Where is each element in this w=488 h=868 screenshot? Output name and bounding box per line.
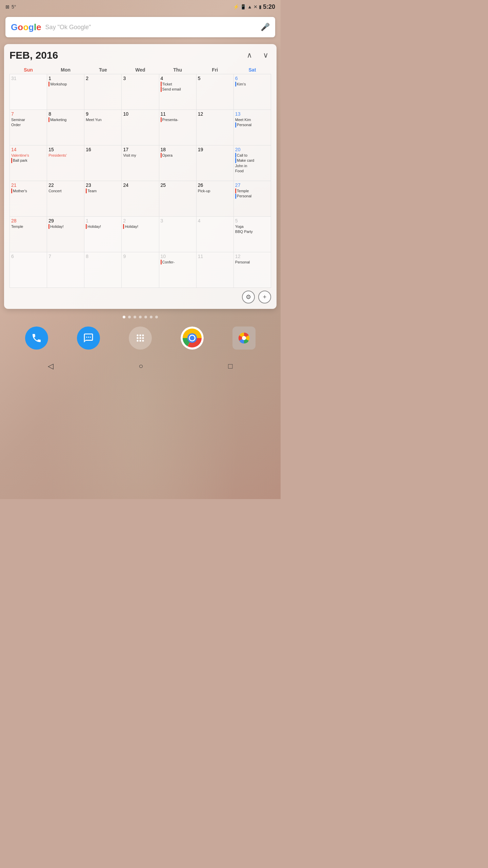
calendar-day[interactable]: 28Temple <box>10 217 47 252</box>
calendar-day[interactable]: 31 <box>10 74 47 110</box>
calendar-event[interactable]: John in <box>235 163 269 168</box>
calendar-day[interactable]: 8 <box>84 252 122 288</box>
clock: 5:20 <box>263 3 275 11</box>
calendar-day[interactable]: 18Opera <box>159 145 196 181</box>
calendar-event[interactable]: Concert <box>48 189 83 193</box>
microphone-icon[interactable]: 🎤 <box>261 23 270 32</box>
calendar-day[interactable]: 5 <box>196 74 233 110</box>
calendar-day[interactable]: 14Valentine'sBall park <box>10 145 47 181</box>
calendar-day[interactable]: 2 <box>84 74 122 110</box>
day-number: 1 <box>86 218 120 223</box>
calendar-day[interactable]: 16 <box>84 145 122 181</box>
calendar-event[interactable]: Marketing <box>48 117 83 122</box>
calendar-event[interactable]: Ticket <box>161 82 195 86</box>
header-mon: Mon <box>47 66 84 74</box>
calendar-day[interactable]: 12Personal <box>233 252 271 288</box>
calendar-day[interactable]: 2Holiday! <box>122 217 159 252</box>
calendar-event[interactable]: Personal <box>235 122 269 127</box>
messages-app-icon[interactable] <box>77 327 100 350</box>
photos-app-icon[interactable] <box>232 327 256 350</box>
calendar-event[interactable]: Temple <box>11 224 45 229</box>
calendar-day[interactable]: 20Call toMake cardJohn inFood <box>233 145 271 181</box>
calendar-event[interactable]: Meet Yun <box>86 117 120 122</box>
calendar-event[interactable]: Workshop <box>48 82 83 86</box>
calendar-day[interactable]: 22Concert <box>47 181 84 217</box>
calendar-day[interactable]: 9 <box>122 252 159 288</box>
search-placeholder: Say "Ok Google" <box>45 24 261 31</box>
calendar-settings-button[interactable]: ⚙ <box>242 291 255 303</box>
calendar-event[interactable]: Call to <box>235 153 269 158</box>
back-button[interactable]: ◁ <box>48 362 54 371</box>
calendar-day[interactable]: 24 <box>122 181 159 217</box>
calendar-day[interactable]: 11Presenta- <box>159 110 196 145</box>
calendar-day[interactable]: 4TicketSend email <box>159 74 196 110</box>
calendar-day[interactable]: 3 <box>122 74 159 110</box>
home-button[interactable]: ○ <box>139 362 143 371</box>
calendar-event[interactable]: Make card <box>235 158 269 163</box>
calendar-day[interactable]: 7SeminarOrder <box>10 110 47 145</box>
calendar-event[interactable]: BBQ Party <box>235 229 269 234</box>
calendar-event[interactable]: Kim's <box>235 82 269 86</box>
calendar-day[interactable]: 12 <box>196 110 233 145</box>
calendar-event[interactable]: Send email <box>161 87 195 92</box>
calendar-day[interactable]: 1Holiday! <box>84 217 122 252</box>
calendar-event[interactable]: Personal <box>235 260 269 264</box>
calendar-day[interactable]: 4 <box>196 217 233 252</box>
calendar-event[interactable]: Temple <box>235 189 269 193</box>
calendar-event[interactable]: Personal <box>235 194 269 198</box>
phone-app-icon[interactable] <box>25 327 48 350</box>
calendar-day[interactable]: 25 <box>159 181 196 217</box>
calendar-event[interactable]: Presenta- <box>161 117 195 122</box>
day-number: 28 <box>11 218 45 223</box>
calendar-day[interactable]: 3 <box>159 217 196 252</box>
calendar-day[interactable]: 10Confer- <box>159 252 196 288</box>
calendar-day[interactable]: 21Mother's <box>10 181 47 217</box>
day-number: 3 <box>161 218 195 223</box>
next-month-button[interactable]: ∨ <box>260 50 271 61</box>
calendar-event[interactable]: Opera <box>161 153 195 158</box>
calendar-day[interactable]: 8Marketing <box>47 110 84 145</box>
calendar-add-button[interactable]: + <box>258 291 271 303</box>
calendar-day[interactable]: 6Kim's <box>233 74 271 110</box>
calendar-event[interactable]: Holiday! <box>48 224 83 229</box>
calendar-day[interactable]: 13Meet KimPersonal <box>233 110 271 145</box>
calendar-event[interactable]: Confer- <box>161 260 195 264</box>
calendar-day[interactable]: 7 <box>47 252 84 288</box>
day-number: 1 <box>48 76 83 81</box>
calendar-day[interactable]: 23Team <box>84 181 122 217</box>
calendar-event[interactable]: Valentine's <box>11 153 45 158</box>
day-number: 13 <box>235 111 269 117</box>
calendar-event[interactable]: Pick-up <box>198 189 232 193</box>
prev-month-button[interactable]: ∧ <box>244 50 255 61</box>
calendar-event[interactable]: Presidents' <box>48 153 83 158</box>
calendar-event[interactable]: Holiday! <box>86 224 120 229</box>
calendar-day[interactable]: 1Workshop <box>47 74 84 110</box>
calendar-event[interactable]: Seminar <box>11 117 45 122</box>
calendar-day[interactable]: 10 <box>122 110 159 145</box>
calendar-day[interactable]: 11 <box>196 252 233 288</box>
chrome-app-icon[interactable] <box>181 327 204 350</box>
calendar-event[interactable]: Holiday! <box>123 224 157 229</box>
recents-button[interactable]: □ <box>228 362 232 371</box>
calendar-event[interactable]: Mother's <box>11 189 45 193</box>
calendar-day[interactable]: 15Presidents' <box>47 145 84 181</box>
calendar-event[interactable]: Ball park <box>11 158 45 163</box>
calendar-day[interactable]: 19 <box>196 145 233 181</box>
day-number: 7 <box>48 254 83 259</box>
calendar-event[interactable]: Visit my <box>123 153 157 158</box>
day-number: 9 <box>123 254 157 259</box>
apps-drawer-icon[interactable] <box>129 327 152 350</box>
calendar-event[interactable]: Team <box>86 189 120 193</box>
calendar-event[interactable]: Meet Kim <box>235 117 269 122</box>
calendar-day[interactable]: 29Holiday! <box>47 217 84 252</box>
calendar-day[interactable]: 26Pick-up <box>196 181 233 217</box>
calendar-day[interactable]: 5YogaBBQ Party <box>233 217 271 252</box>
calendar-event[interactable]: Order <box>11 122 45 127</box>
calendar-day[interactable]: 6 <box>10 252 47 288</box>
calendar-event[interactable]: Food <box>235 169 269 173</box>
search-bar[interactable]: Google Say "Ok Google" 🎤 <box>5 17 275 37</box>
calendar-day[interactable]: 9Meet Yun <box>84 110 122 145</box>
calendar-day[interactable]: 17Visit my <box>122 145 159 181</box>
calendar-event[interactable]: Yoga <box>235 224 269 229</box>
calendar-day[interactable]: 27TemplePersonal <box>233 181 271 217</box>
